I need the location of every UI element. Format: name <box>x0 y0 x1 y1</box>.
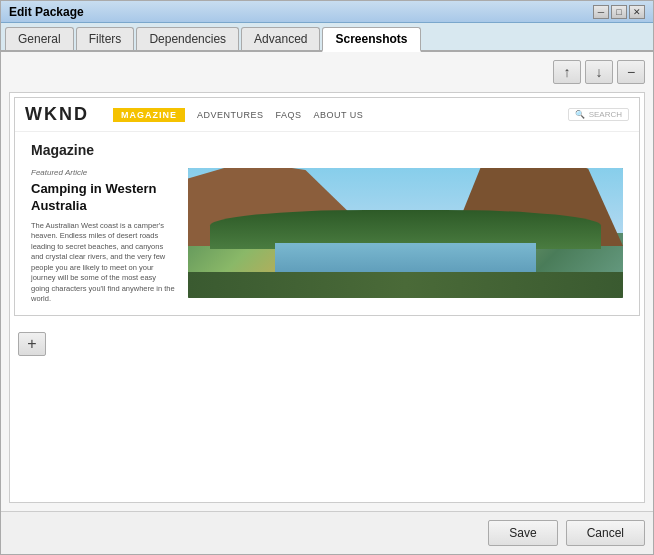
screenshots-content: ↑ ↓ − WKND MAGAZINE ADVENTURES FAQS ABOU… <box>1 52 653 511</box>
tab-bar: General Filters Dependencies Advanced Sc… <box>1 23 653 52</box>
close-button[interactable]: ✕ <box>629 5 645 19</box>
window-title: Edit Package <box>9 5 84 19</box>
nav-item-adventures: ADVENTURES <box>197 110 264 120</box>
footer: Save Cancel <box>1 511 653 554</box>
tab-advanced[interactable]: Advanced <box>241 27 320 50</box>
maximize-button[interactable]: □ <box>611 5 627 19</box>
featured-content: Featured Article Camping in Western Aust… <box>31 168 623 305</box>
nav-search: 🔍 SEARCH <box>568 108 629 121</box>
webpage-preview: WKND MAGAZINE ADVENTURES FAQS ABOUT US 🔍… <box>15 98 639 315</box>
section-title: Magazine <box>31 142 623 158</box>
title-bar: Edit Package ─ □ ✕ <box>1 1 653 23</box>
move-down-button[interactable]: ↓ <box>585 60 613 84</box>
featured-body-text: The Australian West coast is a camper's … <box>31 221 176 305</box>
nav-item-faqs: FAQS <box>276 110 302 120</box>
remove-button[interactable]: − <box>617 60 645 84</box>
webpage-logo: WKND <box>25 104 89 125</box>
save-button[interactable]: Save <box>488 520 557 546</box>
screenshots-toolbar: ↑ ↓ − <box>9 60 645 84</box>
screenshot-list: WKND MAGAZINE ADVENTURES FAQS ABOUT US 🔍… <box>9 92 645 503</box>
nav-item-about: ABOUT US <box>314 110 364 120</box>
webpage-nav: WKND MAGAZINE ADVENTURES FAQS ABOUT US 🔍… <box>15 98 639 132</box>
tab-general[interactable]: General <box>5 27 74 50</box>
move-up-button[interactable]: ↑ <box>553 60 581 84</box>
screenshot-item[interactable]: WKND MAGAZINE ADVENTURES FAQS ABOUT US 🔍… <box>14 97 640 316</box>
webpage-nav-items: MAGAZINE ADVENTURES FAQS ABOUT US <box>113 108 363 122</box>
featured-image <box>188 168 623 298</box>
featured-text: Featured Article Camping in Western Aust… <box>31 168 176 305</box>
featured-heading: Camping in Western Australia <box>31 181 176 215</box>
search-placeholder-text: SEARCH <box>589 110 622 119</box>
add-screenshot-button[interactable]: + <box>18 332 46 356</box>
title-bar-controls: ─ □ ✕ <box>593 5 645 19</box>
edit-package-window: Edit Package ─ □ ✕ General Filters Depen… <box>0 0 654 555</box>
webpage-body: Magazine Featured Article Camping in Wes… <box>15 132 639 315</box>
minimize-button[interactable]: ─ <box>593 5 609 19</box>
tab-screenshots[interactable]: Screenshots <box>322 27 420 52</box>
tab-dependencies[interactable]: Dependencies <box>136 27 239 50</box>
nav-item-magazine: MAGAZINE <box>113 108 185 122</box>
search-icon: 🔍 <box>575 110 585 119</box>
add-button-row: + <box>14 328 640 360</box>
foreground-layer <box>188 272 623 298</box>
tab-filters[interactable]: Filters <box>76 27 135 50</box>
cancel-button[interactable]: Cancel <box>566 520 645 546</box>
featured-label: Featured Article <box>31 168 176 177</box>
